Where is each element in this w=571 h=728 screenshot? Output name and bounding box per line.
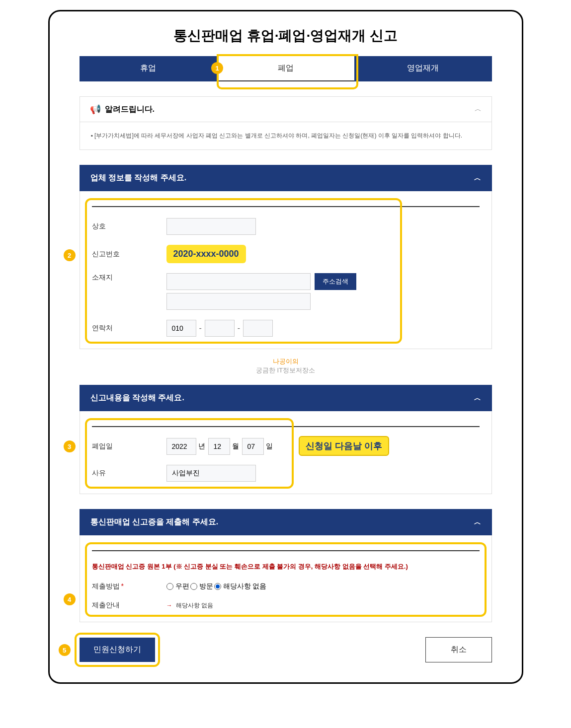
label-phone: 연락처	[92, 324, 166, 333]
label-regno: 신고번호	[92, 250, 166, 259]
note-badge: 신청일 다음날 이후	[299, 436, 389, 456]
address-search-button[interactable]: 주소검색	[315, 273, 356, 290]
arrow-icon: →	[166, 602, 172, 609]
section2-body: 신청일 다음날 이후 폐업일 년 월 일 사유	[80, 411, 492, 494]
notice-body: ▪ [부가가치세법]에 따라 세무서장에 사업자 폐업 신고와는 별개로 신고하…	[80, 122, 491, 149]
section1-header[interactable]: 업체 정보를 작성해 주세요. ︿	[80, 165, 492, 191]
guide-text: 해당사항 없음	[176, 602, 213, 609]
section3-title: 통신판매업 신고증을 제출해 주세요.	[90, 517, 219, 527]
year-unit: 년	[198, 442, 205, 451]
watermark-line1: 나공이의	[273, 358, 299, 365]
section-company: 2 업체 정보를 작성해 주세요. ︿ 상호 신고번호 2020-xxxx-00…	[80, 165, 492, 349]
input-phone-2[interactable]	[205, 320, 235, 337]
divider	[92, 206, 480, 207]
radio-visit-label: 방문	[199, 582, 213, 591]
chevron-up-icon[interactable]: ︿	[475, 105, 482, 114]
day-unit: 일	[266, 442, 273, 451]
input-address-2[interactable]	[166, 293, 311, 310]
input-month[interactable]	[208, 438, 230, 455]
section3-body: 통신판매업 신고증 원본 1부 (※ 신고증 분실 또는 훼손으로 제출 불가의…	[80, 535, 492, 622]
regno-badge: 2020-xxxx-0000	[166, 245, 246, 263]
input-company-name[interactable]	[166, 218, 256, 235]
input-reason[interactable]	[166, 465, 256, 482]
chevron-up-icon[interactable]: ︿	[474, 394, 481, 403]
divider	[92, 550, 480, 551]
input-phone-1[interactable]	[166, 320, 196, 337]
footer-buttons: 5 민원신청하기 취소	[80, 637, 492, 662]
notice-title-row: 📢 알려드립니다.	[90, 104, 155, 115]
badge-3: 3	[64, 440, 76, 452]
notice-box: 📢 알려드립니다. ︿ ▪ [부가가치세법]에 따라 세무서장에 사업자 폐업 …	[80, 96, 492, 150]
row-reason: 사유	[92, 465, 480, 482]
tabs: 휴업 폐업 영업재개 1	[80, 56, 492, 81]
section-cert: 4 통신판매업 신고증을 제출해 주세요. ︿ 통신판매업 신고증 원본 1부 …	[80, 509, 492, 622]
watermark-line2: 궁금한 IT정보저장소	[256, 366, 315, 374]
radio-icon	[214, 583, 221, 590]
page-title: 통신판매업 휴업·폐업·영업재개 신고	[80, 26, 492, 45]
radio-mail[interactable]: 우편	[166, 582, 189, 591]
input-day[interactable]	[242, 438, 264, 455]
tab-close[interactable]: 폐업	[217, 56, 354, 81]
input-address-1[interactable]	[166, 273, 311, 290]
section1-title: 업체 정보를 작성해 주세요.	[90, 173, 187, 183]
watermark: 나공이의 궁금한 IT정보저장소	[80, 357, 492, 375]
chevron-up-icon[interactable]: ︿	[474, 174, 481, 183]
submit-wrap: 민원신청하기	[80, 638, 155, 662]
section2-header[interactable]: 신고내용을 작성해 주세요. ︿	[80, 385, 492, 411]
notice-header[interactable]: 📢 알려드립니다. ︿	[80, 97, 491, 122]
tab-suspend[interactable]: 휴업	[80, 56, 217, 81]
submit-guide: → 해당사항 없음	[166, 601, 214, 610]
section1-body: 상호 신고번호 2020-xxxx-0000 소재지 주소검색 연락처	[80, 191, 492, 349]
tab-resume[interactable]: 영업재개	[354, 56, 492, 81]
notice-title: 알려드립니다.	[105, 104, 155, 115]
cert-note: 통신판매업 신고증 원본 1부 (※ 신고증 분실 또는 훼손으로 제출 불가의…	[92, 562, 480, 571]
row-company-name: 상호	[92, 218, 480, 235]
phone-sep-2: -	[238, 324, 240, 333]
input-phone-3[interactable]	[243, 320, 273, 337]
bullet-icon: ▪	[91, 132, 93, 139]
row-guide: 제출안내 → 해당사항 없음	[92, 601, 480, 610]
radio-group-method: 우편 방문 해당사항 없음	[166, 582, 267, 591]
label-closedate: 폐업일	[92, 442, 166, 451]
radio-none[interactable]: 해당사항 없음	[214, 582, 267, 591]
submit-button[interactable]: 민원신청하기	[80, 638, 155, 662]
section2-title: 신고내용을 작성해 주세요.	[90, 393, 184, 403]
radio-mail-label: 우편	[175, 582, 189, 591]
row-regno: 신고번호 2020-xxxx-0000	[92, 245, 480, 263]
badge-5: 5	[59, 644, 71, 656]
label-method: 제출방법*	[92, 582, 166, 591]
row-address: 소재지 주소검색	[92, 273, 480, 310]
badge-2: 2	[64, 249, 76, 261]
row-method: 제출방법* 우편 방문 해당사항 없음	[92, 582, 480, 591]
radio-icon	[190, 583, 197, 590]
divider	[92, 426, 480, 427]
radio-none-label: 해당사항 없음	[223, 582, 267, 591]
label-reason: 사유	[92, 469, 166, 478]
section-report: 3 신고내용을 작성해 주세요. ︿ 신청일 다음날 이후 폐업일 년 월 일 …	[80, 385, 492, 494]
radio-visit[interactable]: 방문	[190, 582, 213, 591]
address-inputs: 주소검색	[166, 273, 356, 310]
page-container: 통신판매업 휴업·폐업·영업재개 신고 휴업 폐업 영업재개 1 📢 알려드립니…	[48, 10, 523, 684]
phone-sep-1: -	[199, 324, 202, 333]
label-address: 소재지	[92, 273, 166, 282]
chevron-up-icon[interactable]: ︿	[474, 518, 481, 527]
section3-header[interactable]: 통신판매업 신고증을 제출해 주세요. ︿	[80, 509, 492, 535]
cancel-button[interactable]: 취소	[425, 637, 492, 662]
input-year[interactable]	[166, 438, 196, 455]
radio-icon	[166, 583, 173, 590]
row-closedate: 폐업일 년 월 일	[92, 438, 480, 455]
megaphone-icon: 📢	[90, 104, 101, 115]
label-guide: 제출안내	[92, 601, 166, 610]
notice-text: [부가가치세법]에 따라 세무서장에 사업자 폐업 신고와는 별개로 신고하셔야…	[94, 132, 462, 139]
badge-1: 1	[211, 62, 223, 74]
month-unit: 월	[232, 442, 239, 451]
label-company-name: 상호	[92, 222, 166, 231]
row-phone: 연락처 - -	[92, 320, 480, 337]
badge-4: 4	[64, 593, 76, 605]
